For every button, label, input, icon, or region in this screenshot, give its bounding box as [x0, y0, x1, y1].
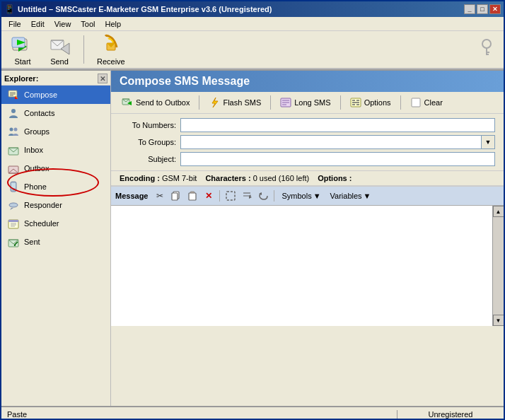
compose-panel: Compose SMS Message Send to Outbox — [111, 71, 504, 406]
message-editor[interactable] — [111, 206, 492, 326]
send-to-outbox-label: Send to Outbox — [136, 98, 190, 107]
svg-point-19 — [11, 109, 16, 113]
svg-rect-11 — [486, 52, 489, 53]
characters-label: Characters : 0 used (160 left) — [205, 174, 309, 182]
paste-button[interactable] — [185, 189, 199, 203]
compose-icon — [7, 88, 20, 101]
svg-rect-57 — [189, 193, 196, 200]
svg-rect-27 — [11, 183, 16, 188]
menu-tool[interactable]: Tool — [76, 18, 99, 30]
start-button[interactable]: Start — [7, 32, 38, 67]
long-sms-button[interactable]: Long SMS — [275, 95, 335, 110]
sidebar-item-phone[interactable]: Phone — [1, 177, 110, 196]
to-groups-row: To Groups: ▼ — [120, 135, 495, 149]
cut-button[interactable]: ✂ — [153, 189, 167, 203]
sidebar-item-inbox-label: Inbox — [24, 146, 43, 154]
receive-button[interactable]: Receive — [93, 32, 129, 67]
svg-rect-53 — [412, 98, 420, 107]
scrollbar-track[interactable] — [493, 217, 504, 315]
select-all-button[interactable] — [224, 189, 238, 203]
send-to-outbox-button[interactable]: Send to Outbox — [117, 95, 195, 110]
minimize-button[interactable]: _ — [464, 4, 475, 14]
scheduler-icon — [7, 217, 20, 230]
to-groups-dropdown[interactable]: ▼ — [481, 135, 495, 149]
sidebar-close-button[interactable]: ✕ — [98, 74, 108, 83]
to-numbers-input[interactable] — [180, 118, 495, 132]
status-bar: Paste Unregistered — [1, 406, 504, 420]
subject-row: Subject: — [120, 152, 495, 166]
sidebar-item-compose-label: Compose — [24, 91, 57, 99]
receive-icon — [100, 33, 122, 56]
message-area: Message ✂ — [111, 186, 504, 406]
wrap-button[interactable] — [240, 189, 254, 203]
sidebar-item-scheduler[interactable]: Scheduler — [1, 214, 110, 233]
to-numbers-label: To Numbers: — [120, 121, 176, 129]
options-label: Options — [364, 98, 391, 107]
flash-icon — [209, 97, 220, 108]
copy-button[interactable] — [169, 189, 183, 203]
toolbar-separator — [83, 35, 84, 64]
sidebar-item-inbox[interactable]: Inbox — [1, 141, 110, 159]
toolbar-sep-4 — [400, 95, 401, 110]
sidebar-item-scheduler-label: Scheduler — [24, 219, 59, 228]
compose-toolbar: Send to Outbox Flash SMS — [111, 92, 504, 114]
sidebar-header: Explorer: ✕ — [1, 72, 110, 86]
sidebar-item-sent[interactable]: Sent — [1, 233, 110, 251]
symbols-dropdown[interactable]: Symbols ▼ — [278, 190, 324, 202]
flash-sms-label: Flash SMS — [223, 98, 261, 107]
send-button[interactable]: Send — [44, 32, 75, 67]
sidebar-item-contacts[interactable]: Contacts — [1, 104, 110, 122]
outbox-icon — [7, 162, 20, 175]
sidebar-item-responder[interactable]: Responder — [1, 196, 110, 214]
clear-button[interactable]: Clear — [405, 95, 448, 110]
message-toolbar: Message ✂ — [111, 187, 504, 206]
svg-point-20 — [10, 128, 13, 132]
close-button[interactable]: ✕ — [489, 4, 501, 14]
to-groups-input[interactable] — [180, 135, 481, 149]
sidebar-item-outbox-label: Outbox — [24, 164, 49, 173]
sidebar-item-sent-label: Sent — [24, 238, 40, 246]
scroll-up-button[interactable]: ▲ — [493, 206, 504, 217]
msg-sep-1 — [219, 190, 220, 202]
title-bar-controls[interactable]: _ □ ✕ — [464, 4, 501, 14]
message-label: Message — [115, 192, 148, 200]
variables-dropdown[interactable]: Variables ▼ — [327, 190, 375, 202]
menu-view[interactable]: View — [50, 18, 76, 30]
options-icon — [350, 97, 361, 108]
variables-arrow: ▼ — [364, 192, 371, 200]
flash-sms-button[interactable]: Flash SMS — [204, 95, 266, 110]
subject-input[interactable] — [180, 152, 495, 166]
phone-icon — [7, 180, 20, 193]
msg-sep-2 — [274, 190, 274, 202]
long-sms-label: Long SMS — [294, 98, 330, 107]
options-button[interactable]: Options — [345, 95, 396, 110]
undo-button[interactable] — [256, 189, 270, 203]
svg-rect-10 — [486, 47, 487, 54]
maximize-button[interactable]: □ — [477, 4, 488, 14]
send-outbox-icon — [122, 97, 133, 108]
sidebar: Explorer: ✕ Compose — [1, 69, 111, 406]
start-label: Start — [14, 57, 30, 66]
menu-edit[interactable]: Edit — [27, 18, 49, 30]
svg-rect-58 — [226, 192, 235, 200]
menu-file[interactable]: File — [4, 18, 25, 30]
sidebar-item-compose[interactable]: Compose — [1, 86, 110, 104]
status-left: Paste — [1, 410, 397, 419]
symbols-arrow: ▼ — [313, 192, 321, 200]
sidebar-item-outbox[interactable]: Outbox — [1, 159, 110, 177]
clear-label: Clear — [424, 98, 443, 107]
svg-point-28 — [13, 189, 14, 190]
toolbar-sep-1 — [199, 95, 199, 110]
scroll-down-button[interactable]: ▼ — [493, 315, 504, 326]
long-sms-icon — [280, 97, 291, 108]
key-icon — [475, 38, 498, 61]
sidebar-item-groups[interactable]: Groups — [1, 122, 110, 141]
sidebar-item-contacts-label: Contacts — [24, 109, 54, 117]
delete-button[interactable]: ✕ — [202, 189, 216, 203]
title-bar: 📱 Untitled – SMSCaster E-Marketer GSM En… — [1, 1, 504, 17]
svg-rect-55 — [172, 193, 178, 200]
svg-marker-42 — [212, 98, 218, 107]
menu-help[interactable]: Help — [101, 18, 126, 30]
contacts-icon — [7, 107, 20, 119]
toolbar-sep-3 — [340, 95, 341, 110]
